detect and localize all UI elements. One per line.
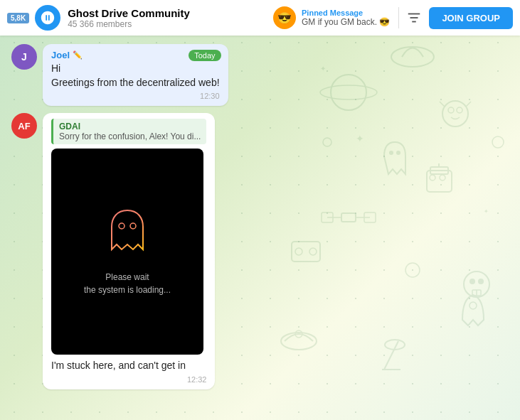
message-gdai: AF GDAI Sorry for the confusion, Alex! Y… xyxy=(11,113,509,389)
ghost-icon xyxy=(106,207,149,259)
af-avatar: AF xyxy=(11,113,37,139)
pinned-message[interactable]: 😎 Pinned Message GM if you GM back. 😎 xyxy=(273,6,390,29)
header-info: Ghost Drive Community 45 366 members xyxy=(68,7,273,29)
loading-text: Please wait the system is loading... xyxy=(84,271,171,296)
gdai-bubble: GDAI Sorry for the confusion, Alex! You … xyxy=(43,113,215,389)
message-joel: J Today Joel ✏️ HiGreetings from the dec… xyxy=(11,44,509,106)
member-count: 45 366 members xyxy=(68,19,273,29)
pinned-msg: GM if you GM back. 😎 xyxy=(302,17,390,27)
gdai-time: 12:32 xyxy=(51,375,206,384)
filter-icon[interactable] xyxy=(406,10,422,26)
group-avatar-icon xyxy=(40,10,55,26)
group-avatar xyxy=(35,5,60,31)
svg-point-44 xyxy=(130,223,136,229)
reply-quote: GDAI Sorry for the confusion, Alex! You … xyxy=(51,119,206,144)
pinned-avatar: 😎 xyxy=(273,6,296,29)
gdai-bottom-text: I'm stuck here, and can't get in xyxy=(51,359,206,373)
chat-area: J Today Joel ✏️ HiGreetings from the dec… xyxy=(0,36,520,420)
divider xyxy=(398,7,399,28)
header: 5,8K Ghost Drive Community 45 366 member… xyxy=(0,0,520,36)
loading-box: Please wait the system is loading... xyxy=(51,149,203,355)
member-badge: 5,8K xyxy=(7,13,29,23)
pencil-icon: ✏️ xyxy=(73,50,83,60)
header-icons xyxy=(398,7,422,28)
group-name: Ghost Drive Community xyxy=(68,7,273,19)
pinned-text-wrap: Pinned Message GM if you GM back. 😎 xyxy=(302,9,390,27)
reply-text: Sorry for the confusion, Alex! You di... xyxy=(59,131,201,141)
join-group-button[interactable]: JOIN GROUP xyxy=(429,7,513,29)
svg-point-43 xyxy=(119,223,124,229)
reply-sender: GDAI xyxy=(59,122,201,131)
joel-avatar: J xyxy=(11,44,37,70)
today-badge: Today xyxy=(189,50,221,61)
pinned-label: Pinned Message xyxy=(302,9,390,17)
joel-text: HiGreetings from the decentralized web! xyxy=(51,62,220,90)
joel-time: 12:30 xyxy=(51,92,220,100)
joel-bubble: Today Joel ✏️ HiGreetings from the decen… xyxy=(43,44,228,106)
